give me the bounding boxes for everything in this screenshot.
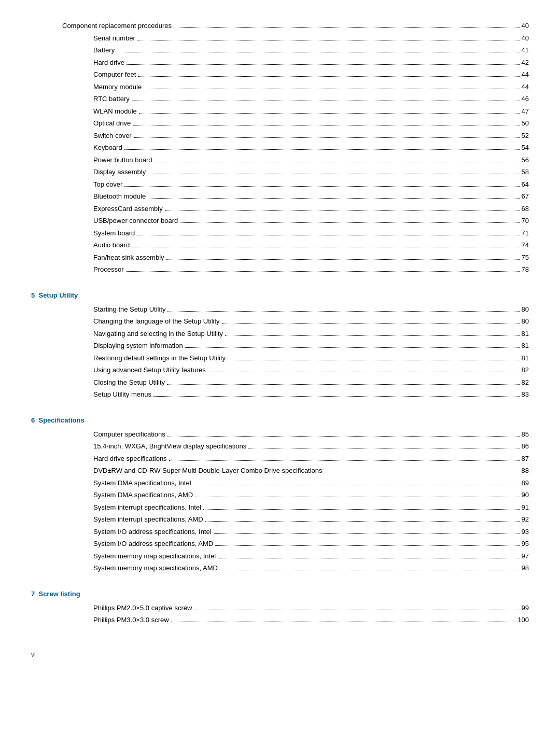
- toc-entry: System DMA specifications, Intel 89: [31, 478, 529, 488]
- dot-leader: [225, 335, 519, 336]
- page-number: 81: [522, 353, 529, 363]
- dot-leader: [195, 497, 519, 497]
- dot-leader: [165, 210, 520, 211]
- toc-entry: Power button board 56: [31, 155, 529, 165]
- dot-leader: [137, 235, 519, 235]
- toc-entry: Processor 78: [31, 264, 529, 275]
- entry-text: System interrupt specifications, AMD: [93, 514, 203, 525]
- dot-leader: [132, 247, 519, 247]
- entry-text: Optical drive: [93, 118, 131, 129]
- entry-text: System DMA specifications, Intel: [93, 478, 191, 488]
- entry-text: WLAN module: [93, 106, 137, 117]
- entry-text: Phillips PM2.0×5.0 captive screw: [93, 603, 192, 613]
- page-number: 64: [522, 179, 529, 190]
- dot-leader: [215, 545, 519, 546]
- entry-text: RTC battery: [93, 94, 130, 104]
- toc-entry: Changing the language of the Setup Utili…: [31, 316, 529, 327]
- toc-entry: USB/power connector board 70: [31, 216, 529, 226]
- page-number: 42: [522, 58, 529, 68]
- dot-leader: [144, 89, 519, 89]
- toc-entry: Component replacement procedures 40: [31, 21, 529, 31]
- entry-text: Battery: [93, 45, 115, 55]
- entry-text: System memory map specifications, AMD: [93, 563, 218, 573]
- toc-entry: Computer specifications 85: [31, 429, 529, 440]
- toc-entry: Optical drive 50: [31, 118, 529, 129]
- page-number: 86: [522, 441, 529, 452]
- page-number: 41: [522, 45, 529, 55]
- toc-entry: System I/O address specifications, AMD 9…: [31, 539, 529, 549]
- page-number: 82: [522, 365, 529, 375]
- page-number: 91: [522, 502, 529, 513]
- toc-entry: 15.4-inch, WXGA, BrightView display spec…: [31, 441, 529, 452]
- toc-entry: Top cover 64: [31, 179, 529, 190]
- toc-entry: Using advanced Setup Utility features 82: [31, 365, 529, 375]
- page-number: 88: [522, 466, 529, 476]
- entry-text: Changing the language of the Setup Utili…: [93, 316, 220, 327]
- page-number: 78: [522, 264, 529, 275]
- page-number: 98: [522, 563, 529, 573]
- toc-container: Component replacement procedures 40 Seri…: [31, 21, 529, 625]
- entry-text: System interrupt specifications, Intel: [93, 502, 201, 513]
- page-number: 80: [522, 316, 529, 327]
- dot-leader: [167, 436, 520, 437]
- toc-entry: System interrupt specifications, AMD 92: [31, 514, 529, 525]
- dot-leader: [124, 186, 519, 187]
- section-heading-5: 5 Setup Utility: [31, 291, 529, 299]
- dot-leader: [193, 485, 520, 485]
- toc-entry: Hard drive specifications 87: [31, 454, 529, 464]
- dot-leader: [127, 64, 520, 65]
- page-number: 89: [522, 478, 529, 488]
- entry-text: USB/power connector board: [93, 216, 178, 226]
- toc-entry: Restoring default settings in the Setup …: [31, 353, 529, 363]
- toc-entry: Phillips PM2.0×5.0 captive screw 99: [31, 603, 529, 613]
- entry-text: Keyboard: [93, 143, 122, 153]
- dot-leader: [228, 360, 519, 360]
- toc-entry: Phillips PM3.0×3.0 screw 100: [31, 615, 529, 625]
- page-number: 95: [522, 539, 529, 549]
- page-number: 92: [522, 514, 529, 525]
- dot-leader: [139, 113, 520, 114]
- toc-entry: Displaying system information 81: [31, 341, 529, 351]
- toc-entry: ExpressCard assembly 68: [31, 204, 529, 214]
- page-number: 97: [522, 551, 529, 561]
- toc-entry: Keyboard 54: [31, 143, 529, 153]
- toc-entry: WLAN module 47: [31, 106, 529, 117]
- page-number: 87: [522, 454, 529, 464]
- dot-leader: [205, 521, 520, 522]
- dot-leader: [126, 271, 520, 272]
- page-number: 52: [522, 131, 529, 141]
- section-heading-6: 6 Specifications: [31, 416, 529, 424]
- page-number: 75: [522, 252, 529, 263]
- page-number: 50: [522, 118, 529, 129]
- dot-leader: [248, 448, 519, 448]
- entry-text: Setup Utility menus: [93, 389, 151, 400]
- dot-leader: [180, 222, 519, 223]
- dot-leader: [166, 259, 520, 260]
- dot-leader: [174, 27, 520, 28]
- toc-entry: Display assembly 58: [31, 167, 529, 177]
- dot-leader: [132, 101, 520, 101]
- page-number: 93: [522, 527, 529, 537]
- entry-text: System I/O address specifications, Intel: [93, 527, 212, 537]
- entry-text: Power button board: [93, 155, 152, 165]
- toc-entry: Switch cover 52: [31, 131, 529, 141]
- dot-leader: [137, 40, 520, 40]
- dot-leader: [167, 311, 519, 312]
- dot-leader: [154, 162, 519, 162]
- dot-leader: [218, 558, 519, 558]
- page-number: 67: [522, 191, 529, 202]
- dot-leader: [194, 610, 519, 610]
- entry-text: Component replacement procedures: [62, 21, 172, 31]
- page-number: 90: [522, 490, 529, 500]
- dot-leader: [167, 384, 520, 385]
- dot-leader: [133, 125, 519, 125]
- toc-entry: System DMA specifications, AMD 90: [31, 490, 529, 500]
- toc-entry: Computer feet 44: [31, 69, 529, 80]
- entry-text: Display assembly: [93, 167, 146, 177]
- entry-text: ExpressCard assembly: [93, 204, 163, 214]
- entry-text: Computer feet: [93, 69, 136, 80]
- page-number: 70: [522, 216, 529, 226]
- entry-text: System DMA specifications, AMD: [93, 490, 193, 500]
- toc-entry: System memory map specifications, Intel …: [31, 551, 529, 561]
- page-number: 82: [522, 377, 529, 388]
